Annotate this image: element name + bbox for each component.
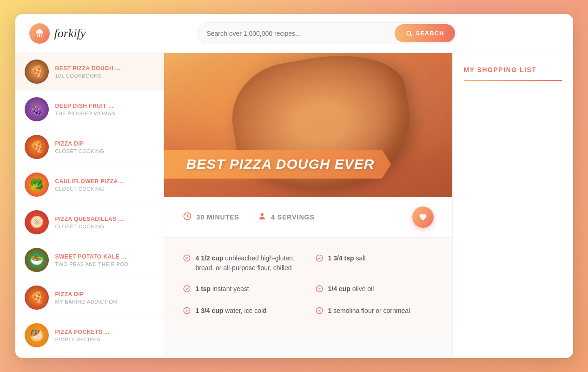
ingredient-text: 1 3/4 tsp salt — [328, 253, 366, 263]
header: forkify SEARCH — [15, 14, 573, 53]
recipe-list-item[interactable]: 🥗 SWEET POTATO KALE ... TWO PEAS AND THE… — [15, 241, 164, 279]
heart-icon — [418, 213, 428, 221]
logo-text: forkify — [54, 27, 86, 40]
servings-label: 4 SERVINGS — [271, 213, 315, 221]
ingredient-check-icon — [183, 254, 191, 264]
recipe-source: CLOSET COOKING — [55, 148, 154, 154]
recipe-thumbnail: 🥙 — [25, 323, 49, 347]
app-container: forkify SEARCH 🍕 BEST PIZZA DOUGH ... — [15, 14, 573, 358]
svg-point-6 — [261, 213, 264, 216]
thumb-emoji: 🫓 — [30, 216, 44, 229]
thumb-emoji: 🥙 — [30, 329, 44, 342]
right-panel: MY SHOPPING LIST — [452, 53, 573, 358]
svg-rect-1 — [39, 33, 40, 37]
recipe-list-item[interactable]: 🍕 PIZZA DIP CLOSET COOKING — [15, 128, 164, 166]
ingredient-item: 1 3/4 tsp salt — [315, 251, 434, 276]
recipe-info: PIZZA QUESADILLAS ... CLOSET COOKING — [55, 215, 154, 230]
recipe-source: THE PIONEER WOMAN — [55, 111, 154, 116]
sidebar: 🍕 BEST PIZZA DOUGH ... 101 COOKBOOKS 🍇 D… — [15, 53, 164, 358]
thumb-emoji: 🥦 — [30, 178, 44, 191]
ingredient-text: 1 tsp instant yeast — [196, 284, 249, 294]
time-detail: 30 MINUTES — [183, 212, 239, 223]
recipe-list-item[interactable]: 🥙 PIZZA POCKETS ... SIMPLY RECIPES — [15, 317, 164, 354]
ingredient-text: 4 1/2 cup unbleached high-gluten, bread,… — [196, 253, 301, 273]
svg-rect-2 — [40, 33, 41, 37]
ingredient-text: 1 semolina flour or cornmeal — [328, 306, 410, 316]
ingredient-item: 4 1/2 cup unbleached high-gluten, bread,… — [183, 251, 301, 276]
ingredient-item: 1 tsp instant yeast — [183, 281, 301, 298]
ingredient-item: 1/4 cup olive oil — [315, 281, 434, 298]
recipe-name: CAULIFLOWER PIZZA ... — [55, 178, 154, 186]
recipe-list-item[interactable]: 🫓 PIZZA QUESADILLAS ... CLOSET COOKING — [15, 204, 164, 241]
clock-icon — [183, 212, 192, 223]
ingredient-check-icon — [315, 254, 324, 264]
search-bar: SEARCH — [197, 22, 457, 44]
ingredient-check-icon — [183, 285, 191, 295]
recipe-list-item[interactable]: 🥦 CAULIFLOWER PIZZA ... CLOSET COOKING — [15, 166, 164, 204]
shopping-divider — [464, 80, 562, 81]
recipe-source: SIMPLY RECIPES — [55, 337, 154, 342]
recipe-thumbnail: 🫓 — [25, 210, 49, 234]
recipe-thumbnail: 🥗 — [25, 248, 49, 272]
svg-line-4 — [410, 34, 411, 36]
recipe-title: BEST PIZZA DOUGH EVER — [186, 156, 375, 172]
servings-detail: 4 SERVINGS — [258, 212, 315, 223]
recipe-name: PIZZA POCKETS ... — [55, 328, 154, 336]
recipe-source: 101 COOKBOOKS — [55, 73, 154, 79]
ingredient-check-icon — [183, 306, 191, 317]
recipe-name: PIZZA DIP — [55, 140, 154, 148]
thumb-emoji: 🍕 — [30, 140, 44, 153]
recipe-thumbnail: 🍇 — [25, 97, 49, 121]
recipe-source: CLOSET COOKING — [55, 186, 154, 192]
recipe-hero: BEST PIZZA DOUGH EVER — [164, 53, 452, 197]
recipe-thumbnail: 🍕 — [25, 60, 49, 84]
ingredient-item: 1 3/4 cup water, ice cold — [183, 303, 301, 319]
recipe-info: PIZZA POCKETS ... SIMPLY RECIPES — [55, 328, 154, 343]
shopping-list-title: MY SHOPPING LIST — [464, 66, 562, 73]
main-content: BEST PIZZA DOUGH EVER 30 MINUTES — [164, 53, 452, 358]
recipe-info: CAULIFLOWER PIZZA ... CLOSET COOKING — [55, 178, 154, 192]
logo[interactable]: forkify — [29, 23, 86, 44]
recipe-source: TWO PEAS AND THEIR POD — [55, 261, 154, 267]
main-layout: 🍕 BEST PIZZA DOUGH ... 101 COOKBOOKS 🍇 D… — [15, 53, 573, 358]
recipe-info: BEST PIZZA DOUGH ... 101 COOKBOOKS — [55, 65, 154, 79]
search-input[interactable] — [197, 24, 393, 43]
recipe-info: PIZZA DIP CLOSET COOKING — [55, 140, 154, 154]
logo-icon — [29, 23, 50, 44]
recipe-name: BEST PIZZA DOUGH ... — [55, 65, 154, 73]
ingredient-item: 1 semolina flour or cornmeal — [315, 303, 434, 319]
ingredient-text: 1 3/4 cup water, ice cold — [196, 306, 267, 316]
recipe-thumbnail: 🥦 — [25, 173, 49, 197]
recipe-details-bar: 30 MINUTES 4 SERVINGS — [164, 197, 452, 238]
recipe-name: PIZZA DIP — [55, 291, 154, 299]
thumb-emoji: 🍕 — [30, 291, 44, 304]
ingredients-grid: 4 1/2 cup unbleached high-gluten, bread,… — [183, 251, 434, 319]
recipe-name: PIZZA QUESADILLAS ... — [55, 215, 154, 223]
svg-rect-0 — [37, 33, 38, 37]
favorite-button[interactable] — [412, 206, 434, 228]
recipe-list-item[interactable]: 🍇 DEEP DISH FRUIT ... THE PIONEER WOMAN — [15, 91, 164, 128]
search-button[interactable]: SEARCH — [395, 24, 456, 42]
thumb-emoji: 🍇 — [30, 103, 44, 116]
search-icon — [406, 30, 412, 37]
recipe-info: DEEP DISH FRUIT ... THE PIONEER WOMAN — [55, 102, 154, 117]
ingredient-text: 1/4 cup olive oil — [328, 284, 374, 294]
recipe-name: SWEET POTATO KALE ... — [55, 253, 154, 261]
recipe-name: DEEP DISH FRUIT ... — [55, 102, 154, 110]
recipe-info: PIZZA DIP MY BAKING ADDICTION — [55, 291, 154, 305]
ingredient-check-icon — [315, 306, 324, 317]
person-icon — [258, 212, 266, 223]
thumb-emoji: 🥗 — [30, 253, 44, 266]
recipe-list-item[interactable]: 🍕 PIZZA DIP MY BAKING ADDICTION — [15, 279, 164, 317]
ingredients-section: 4 1/2 cup unbleached high-gluten, bread,… — [164, 238, 452, 332]
recipe-info: SWEET POTATO KALE ... TWO PEAS AND THEIR… — [55, 253, 154, 267]
thumb-emoji: 🍕 — [30, 65, 44, 78]
recipe-list-item[interactable]: 🍕 BEST PIZZA DOUGH ... 101 COOKBOOKS — [15, 53, 164, 91]
recipe-source: CLOSET COOKING — [55, 224, 154, 229]
ingredient-check-icon — [315, 285, 324, 295]
recipe-title-banner: BEST PIZZA DOUGH EVER — [164, 150, 391, 179]
recipe-thumbnail: 🍕 — [25, 286, 49, 310]
time-label: 30 MINUTES — [197, 213, 239, 221]
recipe-thumbnail: 🍕 — [25, 135, 49, 159]
recipe-source: MY BAKING ADDICTION — [55, 299, 154, 305]
